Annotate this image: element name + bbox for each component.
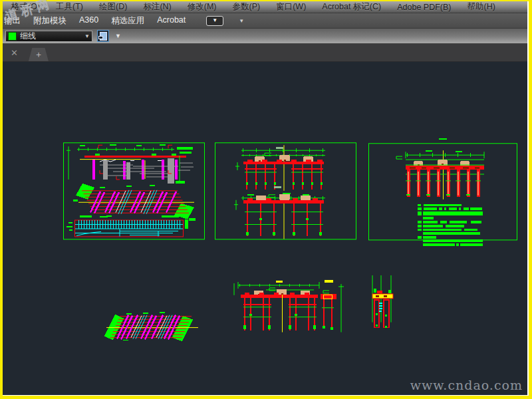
ribbon-minimize-button[interactable]: ▼ [206, 16, 223, 26]
model-space-canvas[interactable]: www.cndao.com [3, 62, 527, 395]
menu-item[interactable]: 参数(P) [233, 1, 261, 13]
drawing-sheet-bent-elevations[interactable] [215, 143, 356, 239]
menu-item[interactable]: Acrobat 标记(C) [322, 1, 381, 13]
layer-toolbar: 细线 ▼ ▼ [3, 29, 527, 44]
ribbon-tab-bar: 输出附加模块A360精选应用Acrobat ▼ ▼ [3, 13, 527, 29]
drawing-pier-side-view[interactable] [372, 275, 393, 328]
ribbon-minimize-caret-icon[interactable]: ▼ [239, 18, 244, 24]
ribbon-tab[interactable]: 附加模块 [33, 15, 66, 27]
layer-properties-icon [100, 32, 107, 41]
ribbon-tab[interactable]: Acrobat [157, 15, 186, 27]
menu-bar: 格式(O)工具(T)绘图(D)标注(N)修改(M)参数(P)窗口(W)Acrob… [3, 1, 527, 13]
drawing-sheet-general-layout[interactable] [64, 143, 205, 239]
menu-item[interactable]: 绘图(D) [99, 1, 127, 13]
drawing-skewed-plan[interactable] [104, 312, 198, 342]
layer-name: 细线 [20, 31, 84, 42]
menu-item[interactable]: 标注(N) [143, 1, 171, 13]
notes-text-block [418, 204, 483, 247]
layer-color-swatch [8, 32, 17, 41]
drawing-sheet-pile-bent-and-notes[interactable] [369, 138, 517, 246]
ribbon-tabs: 输出附加模块A360精选应用Acrobat [4, 15, 186, 27]
application-window: 格式(O)工具(T)绘图(D)标注(N)修改(M)参数(P)窗口(W)Acrob… [0, 0, 532, 399]
drawing-bent-elevation-detail[interactable] [234, 280, 344, 332]
file-tab-bar: ✕ ＋ [3, 44, 527, 62]
menu-item[interactable]: Adobe PDF(B) [397, 3, 451, 12]
new-drawing-tab-button[interactable]: ＋ [29, 48, 49, 61]
layer-properties-button[interactable] [97, 30, 109, 42]
menu-item[interactable]: 帮助(H) [467, 1, 495, 13]
autocad-app: 格式(O)工具(T)绘图(D)标注(N)修改(M)参数(P)窗口(W)Acrob… [3, 1, 529, 396]
tab-close-icon[interactable]: ✕ [11, 49, 18, 57]
ribbon-tab[interactable]: A360 [79, 15, 98, 27]
ribbon-tab[interactable]: 输出 [4, 15, 21, 27]
toolbar-overflow-icon[interactable]: ▼ [115, 33, 121, 39]
layer-dropdown[interactable]: 细线 ▼ [5, 31, 92, 42]
menu-item[interactable]: 工具(T) [56, 1, 83, 13]
ribbon-tab[interactable]: 精选应用 [111, 15, 144, 27]
chevron-down-icon: ▼ [84, 33, 90, 39]
menu-item[interactable]: 窗口(W) [276, 1, 306, 13]
cad-drawing[interactable] [3, 62, 527, 395]
menu-item[interactable]: 修改(M) [188, 1, 217, 13]
menu-item[interactable]: 格式(O) [11, 1, 40, 13]
